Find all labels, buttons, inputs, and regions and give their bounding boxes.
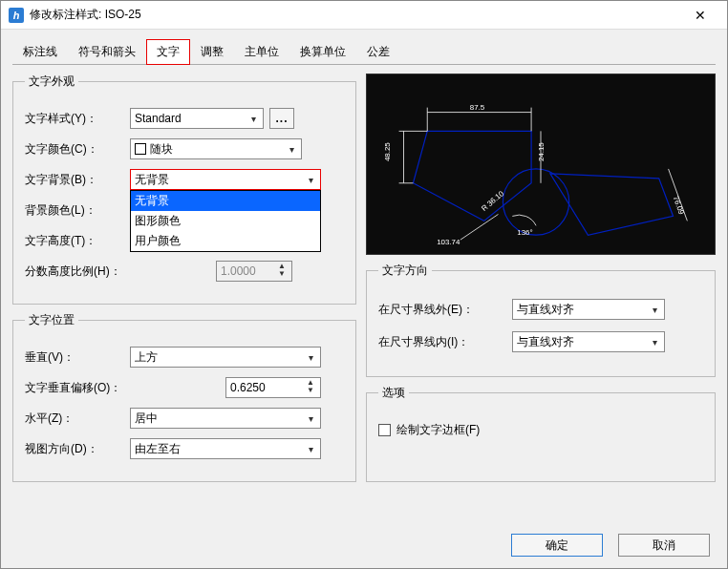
label-view-direction: 视图方向(D)： (25, 441, 130, 457)
cancel-button[interactable]: 取消 (618, 534, 710, 557)
preview-dim-r: R 36.10 (480, 189, 505, 213)
preview-dim-top: 87.5 (470, 103, 485, 112)
chevron-down-icon: ▾ (303, 348, 318, 366)
combo-inside-ext[interactable]: 与直线对齐 ▾ (512, 331, 665, 352)
legend-orientation: 文字方向 (378, 263, 432, 279)
tab-alt-units[interactable]: 换算单位 (289, 39, 356, 65)
combo-outside-ext[interactable]: 与直线对齐 ▾ (512, 299, 665, 320)
legend-options: 选项 (378, 385, 409, 401)
titlebar: h 修改标注样式: ISO-25 ✕ (1, 1, 727, 30)
chevron-down-icon: ▾ (303, 440, 318, 457)
combo-view-direction-value: 由左至右 (135, 441, 181, 457)
preview-dim-bot: 103.74 (437, 238, 460, 246)
label-text-bg: 文字背景(B)： (25, 172, 130, 188)
bg-option-drawing[interactable]: 图形颜色 (131, 211, 320, 231)
chevron-down-icon: ▾ (647, 301, 662, 318)
tab-tolerances[interactable]: 公差 (356, 39, 400, 65)
spinner-arrows-icon[interactable]: ▲▼ (303, 379, 318, 396)
preview-dim-mid: 24.15 (537, 142, 546, 161)
combo-text-style[interactable]: Standard ▾ (130, 108, 264, 129)
bg-option-user[interactable]: 用户颜色 (131, 231, 320, 251)
tab-strip: 标注线 符号和箭头 文字 调整 主单位 换算单位 公差 (1, 30, 727, 65)
spinner-frac-scale: 1.0000 ▲▼ (216, 261, 292, 282)
right-column: 87.5 48.25 24.15 R 36.10 136° 103.74 76.… (366, 74, 716, 482)
label-frac-scale: 分数高度比例(H)： (25, 263, 149, 280)
tab-dimlines[interactable]: 标注线 (12, 39, 68, 65)
color-swatch-icon (135, 143, 146, 155)
dialog-body: 文字外观 文字样式(Y)： Standard ▾ ... 文字颜色(C)： 随块… (1, 66, 727, 490)
legend-appearance: 文字外观 (25, 74, 78, 90)
preview-dim-right: 76.09 (672, 195, 686, 216)
label-bg-color: 背景颜色(L)： (25, 202, 130, 219)
group-options: 选项 绘制文字边框(F) (366, 385, 716, 482)
combo-text-bg[interactable]: 无背景 ▾ 无背景 图形颜色 用户颜色 (130, 169, 321, 190)
bg-option-none[interactable]: 无背景 (131, 191, 320, 211)
dimension-preview: 87.5 48.25 24.15 R 36.10 136° 103.74 76.… (366, 74, 716, 255)
tab-underline (12, 64, 716, 65)
label-outside-ext: 在尺寸界线外(E)： (378, 302, 512, 318)
chevron-down-icon: ▾ (284, 140, 299, 158)
dialog-window: h 修改标注样式: ISO-25 ✕ 标注线 符号和箭头 文字 调整 主单位 换… (0, 0, 728, 569)
window-title: 修改标注样式: ISO-25 (30, 7, 681, 23)
spinner-vert-offset[interactable]: 0.6250 ▲▼ (225, 377, 321, 398)
checkbox-draw-frame[interactable]: 绘制文字边框(F) (378, 422, 480, 438)
ok-button[interactable]: 确定 (511, 534, 603, 557)
frac-scale-value: 1.0000 (221, 264, 256, 278)
vert-offset-value: 0.6250 (230, 381, 266, 394)
preview-drawing: 87.5 48.25 24.15 R 36.10 136° 103.74 76.… (367, 74, 715, 254)
chevron-down-icon: ▾ (303, 171, 318, 188)
label-text-color: 文字颜色(C)： (25, 141, 130, 158)
group-text-position: 文字位置 垂直(V)： 上方 ▾ 文字垂直偏移(O)： 0.6250 ▲▼ (12, 312, 356, 482)
chevron-down-icon: ▾ (647, 333, 662, 350)
combo-text-bg-dropdown: 无背景 图形颜色 用户颜色 (130, 190, 321, 252)
tab-symbols-arrows[interactable]: 符号和箭头 (68, 39, 146, 65)
group-text-orientation: 文字方向 在尺寸界线外(E)： 与直线对齐 ▾ 在尺寸界线内(I)： 与直线对齐… (366, 263, 716, 377)
checkbox-icon (378, 424, 391, 436)
text-style-more-button[interactable]: ... (269, 108, 294, 129)
combo-vertical-value: 上方 (135, 349, 158, 366)
left-column: 文字外观 文字样式(Y)： Standard ▾ ... 文字颜色(C)： 随块… (12, 74, 356, 482)
label-inside-ext: 在尺寸界线内(I)： (378, 334, 512, 350)
checkbox-draw-frame-label: 绘制文字边框(F) (396, 422, 480, 438)
combo-inside-value: 与直线对齐 (517, 334, 574, 350)
label-vertical: 垂直(V)： (25, 349, 130, 366)
combo-text-style-value: Standard (135, 112, 182, 125)
label-text-style: 文字样式(Y)： (25, 111, 130, 127)
group-text-appearance: 文字外观 文字样式(Y)： Standard ▾ ... 文字颜色(C)： 随块… (12, 74, 356, 305)
tab-fit[interactable]: 调整 (190, 39, 234, 65)
combo-text-color-value: 随块 (150, 141, 173, 158)
label-text-height: 文字高度(T)： (25, 233, 130, 249)
tab-text[interactable]: 文字 (146, 39, 190, 65)
combo-text-color[interactable]: 随块 ▾ (130, 138, 302, 159)
combo-outside-value: 与直线对齐 (517, 302, 574, 318)
combo-horizontal[interactable]: 居中 ▾ (130, 408, 321, 429)
chevron-down-icon: ▾ (246, 110, 261, 127)
combo-horizontal-value: 居中 (135, 411, 158, 427)
legend-position: 文字位置 (25, 312, 78, 328)
label-vert-offset: 文字垂直偏移(O)： (25, 380, 149, 396)
preview-dim-left: 48.25 (383, 142, 392, 161)
spinner-arrows-icon: ▲▼ (274, 263, 289, 280)
tab-primary-units[interactable]: 主单位 (234, 39, 289, 65)
combo-view-direction[interactable]: 由左至右 ▾ (130, 438, 321, 459)
label-horizontal: 水平(Z)： (25, 411, 130, 427)
close-icon[interactable]: ✕ (681, 8, 719, 23)
dialog-footer: 确定 取消 (511, 534, 710, 557)
combo-vertical[interactable]: 上方 ▾ (130, 347, 321, 368)
combo-text-bg-value: 无背景 (135, 172, 169, 188)
app-icon: h (9, 8, 24, 23)
chevron-down-icon: ▾ (303, 410, 318, 427)
preview-dim-ang: 136° (517, 228, 532, 237)
